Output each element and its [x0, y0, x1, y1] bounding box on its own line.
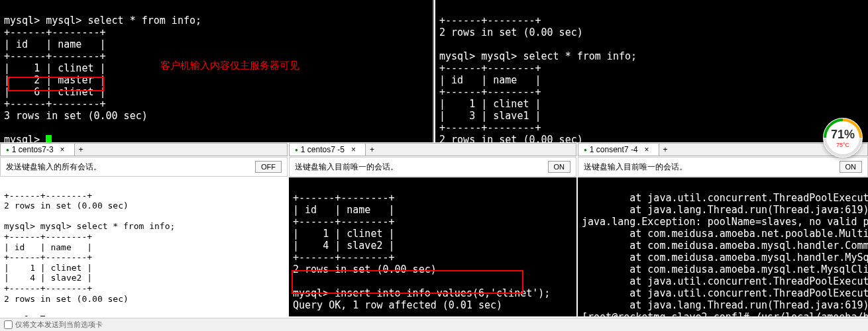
border: +------+--------+ — [439, 122, 541, 134]
status-dot-icon: ● — [295, 147, 298, 153]
add-tab-button[interactable]: + — [75, 145, 87, 154]
row: | 1 | clinet | — [293, 228, 395, 240]
border: +------+--------+ — [4, 26, 106, 38]
broadcast-bar-1: 发送键盘输入的所有会话。 OFF — [0, 157, 288, 177]
result: 2 rows in set (0.00 sec) — [4, 201, 129, 211]
terminal-centos7-5[interactable]: +------+--------+ | id | name | +------+… — [289, 177, 576, 316]
tab-bar-1: ●1 centos7-3× + — [0, 143, 288, 156]
prompt: mysql> — [4, 134, 46, 142]
footer-bar: 仅将文本发送到当前选项卡 — [0, 318, 868, 331]
stack-line: at com.meidusa.amoeba.net.poolable.Multi… — [582, 228, 868, 240]
broadcast-msg: 送键盘输入目前唯一的会话。 — [295, 162, 398, 173]
stack-line: java.lang.Exception: poolName=slaves, no… — [582, 216, 868, 228]
result: 2 rows in set (0.00 sec) — [439, 134, 583, 142]
footer-checkbox[interactable] — [4, 320, 13, 329]
stack-line: at java.util.concurrent.ThreadPoolExecut… — [582, 287, 868, 299]
stack-line: at com.meidusa.amoeba.mysql.net.MysqlCli… — [582, 263, 868, 275]
border: +------+--------+ — [4, 50, 106, 62]
status-dot-icon: ● — [584, 147, 587, 153]
annotation-text: 客户机输入内容仅主服务器可见 — [160, 60, 299, 72]
stack-line: at java.util.concurrent.ThreadPoolExecut… — [582, 275, 868, 287]
border: +------+--------+ — [439, 62, 541, 74]
close-icon[interactable]: × — [347, 145, 360, 154]
result: 3 rows in set (0.00 sec) — [4, 110, 148, 122]
prompt: mysql> — [4, 314, 40, 316]
tab-bar-2: ●1 centos7 -5× + — [289, 143, 576, 156]
cursor-icon — [46, 135, 52, 142]
terminal-consent7-4[interactable]: at java.util.concurrent.ThreadPoolExecut… — [578, 177, 868, 316]
broadcast-msg: 送键盘输入目前唯一的会话。 — [584, 162, 687, 173]
sql-line: mysql> mysql> select * from info; — [439, 50, 637, 62]
query-ok: Query OK, 1 row affected (0.01 sec) — [293, 299, 502, 311]
terminal-slave1[interactable]: +------+--------+ 2 rows in set (0.00 se… — [435, 0, 868, 142]
terminal-centos7-3[interactable]: +------+--------+ 2 rows in set (0.00 se… — [0, 177, 288, 316]
row: | 1 | clinet | — [439, 98, 541, 110]
add-tab-button[interactable]: + — [366, 145, 378, 154]
shell-line: [root@rocketmq-slave2 conf]# /usr/local/… — [582, 311, 868, 316]
row: | 4 | slave2 | — [4, 273, 92, 283]
toggle-on-button[interactable]: ON — [548, 161, 571, 173]
cpu-gauge: 71% 75°C — [823, 118, 863, 158]
row: | 1 | clinet | — [4, 62, 106, 74]
sql-line: mysql> mysql> select * from info; — [4, 221, 175, 231]
tab-centos7-5[interactable]: ●1 centos7 -5× — [290, 144, 366, 156]
border: +------+--------+ — [293, 216, 395, 228]
cursor-icon — [40, 316, 45, 316]
toggle-off-button[interactable]: OFF — [255, 161, 282, 173]
tab-label: 1 centos7-3 — [12, 145, 54, 154]
tab-centos7-3[interactable]: ●1 centos7-3× — [1, 144, 75, 156]
stack-line: at java.util.concurrent.ThreadPoolExecut… — [582, 192, 868, 204]
result: 2 rows in set (0.00 sec) — [4, 294, 129, 304]
tab-label: 1 centos7 -5 — [301, 145, 345, 154]
border: +------+--------+ — [439, 15, 541, 26]
border: +------+--------+ — [4, 232, 92, 242]
broadcast-bar-3: 送键盘输入目前唯一的会话。 ON — [578, 157, 868, 177]
border: +------+--------+ — [4, 191, 92, 201]
header: | id | name | — [293, 204, 395, 216]
header: | id | name | — [439, 74, 541, 86]
border: +------+--------+ — [4, 283, 92, 293]
border: +------+--------+ — [4, 98, 106, 110]
stack-line: at java.lang.Thread.run(Thread.java:619) — [582, 299, 868, 311]
stack-line: at com.meidusa.amoeba.mysql.handler.MySq… — [582, 252, 868, 263]
row: | 1 | clinet | — [4, 263, 92, 273]
header: | id | name | — [4, 38, 106, 50]
sql-line: mysql> mysql> select * from info; — [4, 15, 201, 26]
broadcast-msg: 发送键盘输入的所有会话。 — [6, 162, 101, 173]
row: | 4 | slave2 | — [293, 240, 395, 252]
result: 2 rows in set (0.00 sec) — [439, 26, 583, 38]
border: +------+--------+ — [293, 252, 395, 263]
highlight-box-2 — [292, 270, 523, 294]
row: | 3 | slave1 | — [439, 110, 541, 122]
close-icon[interactable]: × — [641, 145, 653, 154]
toggle-on-button[interactable]: ON — [840, 161, 863, 173]
tab-consent7-4[interactable]: ●1 consent7 -4× — [578, 144, 659, 156]
border: +------+--------+ — [439, 86, 541, 98]
highlight-box-1 — [8, 77, 104, 91]
status-dot-icon: ● — [6, 147, 9, 153]
close-icon[interactable]: × — [56, 145, 69, 154]
stack-line: at com.meidusa.amoeba.mysql.handler.Comm… — [582, 240, 868, 252]
tab-label: 1 consent7 -4 — [590, 145, 638, 154]
header: | id | name | — [4, 242, 92, 252]
add-tab-button[interactable]: + — [659, 145, 672, 154]
stack-line: at java.lang.Thread.run(Thread.java:619) — [582, 204, 868, 216]
border: +------+--------+ — [293, 192, 395, 204]
broadcast-bar-2: 送键盘输入目前唯一的会话。 ON — [289, 157, 576, 177]
footer-text: 仅将文本发送到当前选项卡 — [15, 320, 103, 330]
border: +------+--------+ — [4, 252, 92, 262]
